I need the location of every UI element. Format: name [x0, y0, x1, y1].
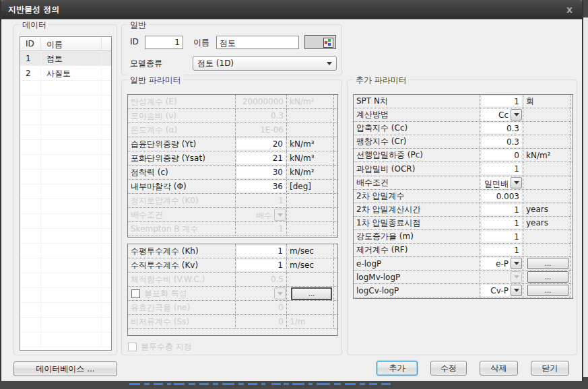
general-groupbox: 일반 ID 1 이름 점토 모델종류 점토 (1D)	[121, 24, 342, 75]
background-window-text-fragment	[261, 383, 265, 385]
param-value-input[interactable]: 36	[237, 181, 285, 192]
name-input[interactable]: 점토	[216, 36, 299, 49]
param-value-input[interactable]: 0.003	[482, 191, 521, 201]
param-unit-cell: 1/m	[287, 315, 334, 328]
param-label-cell: 제거계수 (RF)	[354, 244, 480, 256]
background-window-text-fragment	[144, 383, 150, 385]
param-dropdown-value	[481, 271, 511, 283]
param-value: 0	[236, 303, 286, 312]
param-value-input[interactable]: 1	[482, 245, 521, 255]
list-item[interactable]: 2사질토	[20, 66, 111, 81]
background-window-text-fragment	[308, 383, 313, 385]
param-label: 불포화 특성	[144, 288, 187, 299]
param-value: 1	[236, 224, 286, 234]
param-row: 선행압밀하중 (Pc)0kN/m²	[354, 149, 573, 162]
param-value-cell: 1	[480, 95, 523, 108]
param-row: 체적함수비 (V.W.C.)0.5	[128, 273, 337, 287]
dropdown-button[interactable]	[511, 177, 522, 188]
param-unit: 회	[526, 96, 534, 107]
param-unit-cell: m/sec	[287, 244, 334, 258]
param-value: 1E-06	[236, 125, 286, 135]
color-picker-button[interactable]	[304, 35, 336, 49]
param-label-cell: 비저류계수 (Ss)	[128, 315, 236, 328]
background-window-text-fragment	[174, 383, 185, 385]
id-input[interactable]: 1	[145, 36, 183, 49]
param-value-input[interactable]: 1	[482, 232, 521, 242]
add-button[interactable]: 추가	[377, 361, 418, 376]
param-dropdown[interactable]: e-P	[481, 258, 522, 269]
close-icon[interactable]: x	[564, 5, 575, 14]
param-value-input[interactable]: 21	[237, 153, 285, 164]
param-label: 비저류계수 (Ss)	[131, 316, 189, 328]
param-value-cell	[236, 287, 287, 300]
background-window-text-fragment	[167, 383, 171, 385]
param-value-input[interactable]: 0	[482, 150, 521, 160]
param-row: Skempton B 계수1	[128, 222, 337, 236]
param-dropdown[interactable]: Cv-P	[481, 285, 522, 296]
ellipsis-button[interactable]: ...	[527, 285, 568, 296]
ellipsis-button[interactable]: ...	[291, 287, 332, 300]
material-list-header: ID이름	[20, 37, 111, 51]
color-palette-icon	[323, 38, 333, 48]
unsaturated-checkbox[interactable]	[131, 289, 140, 298]
param-unit: years	[526, 205, 548, 214]
param-value-cell: 1	[236, 194, 287, 207]
param-unit: [deg]	[290, 182, 311, 191]
param-value-input[interactable]: 30	[237, 167, 285, 178]
param-row: e-logPe-P...	[354, 257, 573, 271]
dialog-title: 지반물성 정의	[8, 4, 564, 15]
param-dropdown[interactable]: Cc	[481, 109, 522, 120]
modify-button[interactable]: 수정	[430, 361, 467, 376]
param-label-cell: 습윤단위중량 (Yt)	[128, 137, 236, 151]
list-empty-row	[20, 140, 111, 155]
list-empty-row	[20, 170, 111, 184]
param-value-input[interactable]: 1	[482, 96, 521, 106]
ellipsis-button[interactable]: ...	[527, 271, 568, 283]
param-row: 2차 압밀계수0.003	[354, 190, 573, 203]
param-value-cell: 1	[480, 230, 523, 243]
dropdown-button	[511, 271, 522, 283]
param-value-input[interactable]: 0.3	[482, 137, 521, 147]
chevron-down-icon	[514, 113, 519, 119]
impermeable-layer-checkbox[interactable]	[128, 343, 137, 351]
param-label-cell: SPT N치	[354, 95, 480, 108]
param-value-input[interactable]: 0.3	[482, 123, 521, 133]
close-button[interactable]: 닫기	[531, 361, 569, 376]
param-row: 탄성계수 (E)20000000kN/m²	[128, 95, 337, 109]
param-unit: kN/m³	[290, 153, 314, 163]
param-value-input[interactable]: 1	[237, 260, 285, 271]
param-label: logMv-logP	[356, 273, 400, 282]
model-type-dropdown[interactable]: 점토 (1D)	[193, 56, 337, 71]
list-item[interactable]: 1점토	[20, 51, 111, 66]
delete-button[interactable]: 삭제	[480, 361, 518, 376]
param-label-cell: 점착력 (c)	[128, 166, 236, 179]
param-value-cell: 0	[480, 149, 523, 162]
ellipsis-button[interactable]: ...	[527, 258, 568, 269]
list-item-id: 1	[20, 51, 41, 65]
param-unit-cell	[523, 190, 570, 203]
param-value-input[interactable]: 1	[482, 205, 521, 215]
param-unit-cell	[287, 273, 334, 286]
database-button[interactable]: 데이터베이스 ...	[13, 361, 117, 376]
list-empty-row	[20, 229, 111, 244]
param-label: 습윤단위중량 (Yt)	[131, 139, 196, 150]
param-value-input[interactable]: 1	[482, 164, 521, 174]
dropdown-button[interactable]	[511, 258, 522, 269]
param-dropdown[interactable]: 일면배	[481, 177, 522, 188]
chevron-down-icon	[514, 275, 519, 281]
param-value-input[interactable]: 20	[237, 139, 285, 149]
name-field-label: 이름	[193, 37, 209, 48]
param-label-cell: 수평투수계수 (Kh)	[128, 244, 236, 258]
material-list[interactable]: ID이름 1점토2사질토	[20, 36, 112, 351]
title-bar[interactable]: 지반물성 정의 x	[1, 0, 582, 20]
param-label-cell: 유효간극율 (ne)	[128, 301, 236, 314]
param-value-input[interactable]: 1	[482, 218, 521, 228]
param-value: 0.5	[236, 275, 286, 284]
dropdown-button[interactable]	[511, 109, 522, 120]
param-unit-cell: ...	[523, 284, 570, 297]
dropdown-button[interactable]	[511, 285, 522, 296]
param-value-cell: 1	[480, 217, 523, 229]
background-window-text-fragment	[129, 383, 140, 385]
general-params-table-1: 탄성계수 (E)20000000kN/m²포아송비 (ν)0.3온도계수 (α)…	[127, 94, 338, 238]
param-value-input[interactable]: 1	[237, 246, 285, 256]
